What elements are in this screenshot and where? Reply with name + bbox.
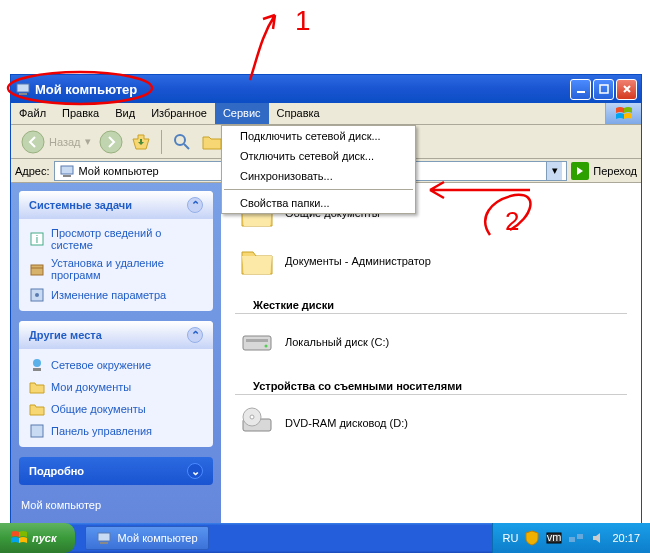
my-computer-icon (96, 530, 112, 546)
panel-other-places: Другие места ⌃ Сетевое окружение Мои док… (19, 321, 213, 447)
menu-favorites[interactable]: Избранное (143, 103, 215, 124)
link-my-docs[interactable]: Мои документы (29, 379, 203, 395)
window-title: Мой компьютер (35, 82, 570, 97)
svg-rect-23 (98, 533, 110, 541)
lang-indicator[interactable]: RU (503, 532, 519, 544)
toolbar-separator (161, 130, 162, 154)
menu-help[interactable]: Справка (269, 103, 328, 124)
svg-rect-2 (577, 91, 585, 93)
network-icon[interactable] (568, 530, 584, 546)
item-label: Локальный диск (C:) (285, 336, 389, 348)
svg-rect-18 (246, 339, 268, 342)
menu-edit[interactable]: Правка (54, 103, 107, 124)
control-panel-icon (29, 423, 45, 439)
svg-rect-16 (31, 425, 43, 437)
item-admin-docs[interactable]: Документы - Администратор (221, 237, 641, 285)
dd-folder-options[interactable]: Свойства папки... (222, 193, 415, 213)
link-system-info[interactable]: iПросмотр сведений о системе (29, 227, 203, 251)
collapse-icon[interactable]: ⌃ (187, 197, 203, 213)
link-change-setting[interactable]: Изменение параметра (29, 287, 203, 303)
go-button-icon[interactable] (571, 162, 589, 180)
close-button[interactable] (616, 79, 637, 100)
svg-rect-27 (569, 537, 575, 542)
svg-point-14 (33, 359, 41, 367)
forward-button[interactable] (97, 128, 125, 156)
start-button[interactable]: пуск (0, 523, 75, 553)
titlebar[interactable]: Мой компьютер (11, 75, 641, 103)
section-hdd: Жесткие диски (235, 289, 627, 314)
svg-rect-17 (243, 336, 271, 350)
link-control-panel[interactable]: Панель управления (29, 423, 203, 439)
svg-rect-24 (100, 542, 108, 544)
system-tray[interactable]: RU vm 20:17 (492, 523, 650, 553)
menu-file[interactable]: Файл (11, 103, 54, 124)
panel-title: Подробно (29, 465, 84, 477)
dvd-icon (239, 405, 275, 441)
svg-rect-15 (33, 368, 41, 371)
link-network[interactable]: Сетевое окружение (29, 357, 203, 373)
up-button[interactable] (127, 128, 155, 156)
link-add-remove[interactable]: Установка и удаление программ (29, 257, 203, 281)
address-label: Адрес: (15, 165, 50, 177)
my-computer-icon (15, 81, 31, 97)
item-dvd-ram-d[interactable]: DVD-RAM дисковод (D:) (221, 399, 641, 447)
my-computer-icon (59, 163, 75, 179)
clock[interactable]: 20:17 (612, 532, 640, 544)
sidebar: Системные задачи ⌃ iПросмотр сведений о … (11, 183, 221, 526)
svg-text:vm: vm (547, 531, 562, 543)
hdd-icon (239, 324, 275, 360)
dd-synchronize[interactable]: Синхронизовать... (222, 166, 415, 186)
windows-logo-icon (10, 530, 28, 546)
address-dropdown-button[interactable]: ▾ (546, 162, 562, 180)
go-label[interactable]: Переход (593, 165, 637, 177)
dd-separator (224, 189, 413, 190)
svg-rect-1 (19, 93, 27, 95)
settings-icon (29, 287, 45, 303)
item-local-disk-c[interactable]: Локальный диск (C:) (221, 318, 641, 366)
taskbar-item[interactable]: Мой компьютер (85, 526, 209, 550)
panel-header[interactable]: Другие места ⌃ (19, 321, 213, 349)
panel-header[interactable]: Подробно ⌄ (19, 457, 213, 485)
box-icon (29, 261, 45, 277)
svg-point-5 (100, 131, 122, 153)
svg-rect-3 (600, 85, 608, 93)
menu-tools[interactable]: Сервис (215, 103, 269, 124)
svg-point-6 (175, 135, 185, 145)
link-shared-docs[interactable]: Общие документы (29, 401, 203, 417)
svg-rect-0 (17, 84, 29, 92)
folder-icon (29, 379, 45, 395)
panel-title: Системные задачи (29, 199, 132, 211)
svg-rect-8 (63, 175, 71, 177)
security-icon[interactable] (524, 530, 540, 546)
svg-point-19 (265, 345, 268, 348)
annotation-1: 1 (295, 5, 311, 36)
panel-system-tasks: Системные задачи ⌃ iПросмотр сведений о … (19, 191, 213, 311)
svg-point-13 (35, 293, 39, 297)
collapse-icon[interactable]: ⌃ (187, 327, 203, 343)
panel-title: Другие места (29, 329, 102, 341)
window-buttons (570, 79, 637, 100)
panel-header[interactable]: Системные задачи ⌃ (19, 191, 213, 219)
maximize-button[interactable] (593, 79, 614, 100)
network-icon (29, 357, 45, 373)
minimize-button[interactable] (570, 79, 591, 100)
menu-view[interactable]: Вид (107, 103, 143, 124)
start-label: пуск (32, 532, 57, 544)
taskbar: пуск Мой компьютер RU vm 20:17 (0, 523, 650, 553)
content-area: Системные задачи ⌃ iПросмотр сведений о … (11, 183, 641, 526)
folder-icon (239, 243, 275, 279)
volume-icon[interactable] (590, 530, 606, 546)
dd-map-network-drive[interactable]: Подключить сетевой диск... (222, 126, 415, 146)
svg-rect-28 (577, 534, 583, 539)
address-value: Мой компьютер (79, 165, 159, 177)
back-button[interactable]: Назад ▾ (17, 130, 95, 154)
search-button[interactable] (168, 128, 196, 156)
expand-icon[interactable]: ⌄ (187, 463, 203, 479)
item-label: DVD-RAM дисковод (D:) (285, 417, 408, 429)
main-pane[interactable]: Общие документы Документы - Администрато… (221, 183, 641, 526)
tools-dropdown: Подключить сетевой диск... Отключить сет… (221, 125, 416, 214)
dd-disconnect-network-drive[interactable]: Отключить сетевой диск... (222, 146, 415, 166)
item-label: Документы - Администратор (285, 255, 431, 267)
back-label: Назад (49, 136, 81, 148)
vm-icon[interactable]: vm (546, 530, 562, 546)
